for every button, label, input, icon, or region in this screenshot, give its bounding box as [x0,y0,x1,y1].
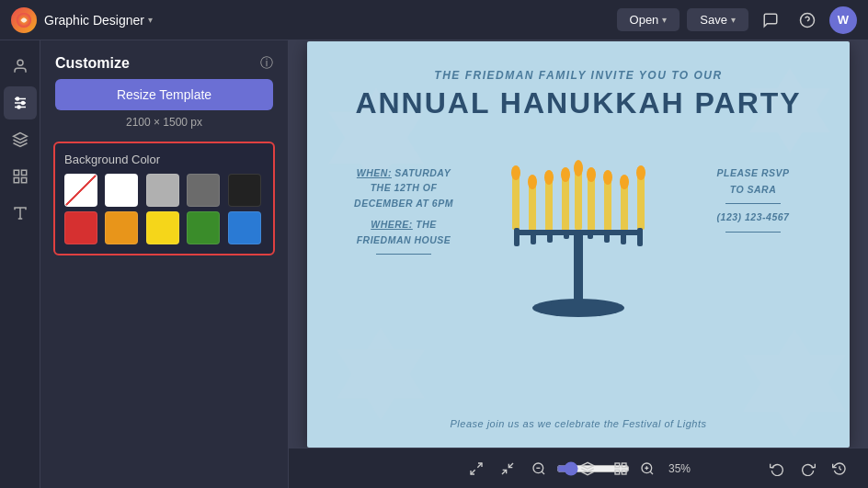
svg-point-36 [528,175,537,189]
help-icon-button[interactable] [793,6,822,35]
app-name-chevron: ▾ [148,15,153,25]
profile-icon-button[interactable] [4,50,37,83]
svg-line-64 [508,463,513,468]
customize-title: Customize [55,55,130,72]
dimensions-text: 2100 × 1500 px [40,116,288,129]
history-button[interactable] [826,455,853,482]
svg-point-8 [21,102,24,105]
menorah-area [473,138,684,340]
svg-rect-59 [622,470,626,474]
svg-marker-56 [581,462,593,469]
svg-rect-13 [21,178,26,183]
design-middle: WHEN: Saturday The 12th of December at 6… [344,138,813,409]
svg-rect-50 [547,230,553,243]
svg-line-66 [542,471,544,474]
svg-rect-55 [637,228,643,246]
color-swatch-white[interactable] [105,174,138,207]
topbar: Graphic Designer ▾ Open ▾ Save ▾ W [0,0,868,40]
svg-rect-31 [588,176,595,232]
canvas-wrapper: The Friedman Family Invite You To Our An… [289,40,868,448]
info-icon[interactable]: ⓘ [260,55,273,72]
svg-rect-53 [604,230,610,243]
svg-rect-33 [621,184,628,234]
fit-button[interactable] [494,455,521,482]
customize-icon-button[interactable] [4,86,37,119]
svg-point-9 [17,106,20,108]
elements-icon-button[interactable] [4,160,37,193]
app-name[interactable]: Graphic Designer ▾ [44,13,153,28]
color-grid [64,174,264,244]
svg-point-35 [511,165,520,180]
svg-line-62 [471,470,475,474]
design-subtitle: The Friedman Family Invite You To Our [434,69,722,82]
menorah-svg [496,138,661,340]
redo-button[interactable] [794,455,822,482]
color-swatch-green[interactable] [187,211,220,244]
color-swatch-dark-gray[interactable] [187,174,220,207]
svg-line-63 [502,470,507,474]
where-label: WHERE: [371,219,413,230]
chat-icon-button[interactable] [756,6,785,35]
background-color-section: Background Color [53,142,275,255]
text-icon-button[interactable] [4,197,37,230]
customize-header: Customize ⓘ [40,40,288,79]
svg-rect-54 [621,230,626,244]
svg-rect-28 [545,179,553,233]
svg-rect-32 [604,179,611,233]
svg-rect-44 [574,230,583,303]
color-swatch-red[interactable] [64,211,97,244]
resize-template-button[interactable]: Resize Template [55,79,273,110]
svg-line-61 [477,463,482,468]
svg-rect-46 [551,301,606,314]
canvas-area: The Friedman Family Invite You To Our An… [289,40,868,488]
design-card[interactable]: The Friedman Family Invite You To Our An… [307,41,850,448]
bottom-bar: 35% [289,448,868,488]
color-swatch-yellow[interactable] [146,211,179,244]
svg-point-39 [574,160,583,176]
svg-point-41 [603,170,612,185]
user-avatar[interactable]: W [829,6,857,34]
expand-button[interactable] [463,455,490,482]
icon-sidebar [0,40,40,488]
svg-point-40 [587,167,596,182]
svg-point-7 [16,97,18,100]
svg-rect-14 [14,178,18,183]
svg-rect-58 [622,463,626,468]
save-button[interactable]: Save ▾ [687,8,748,31]
color-swatch-blue[interactable] [228,211,261,244]
svg-line-73 [839,469,841,470]
zoom-level: 35% [665,462,694,475]
app-logo[interactable] [11,7,37,33]
svg-rect-60 [615,470,620,474]
open-button[interactable]: Open ▾ [617,8,680,31]
svg-rect-51 [564,230,569,239]
layers-toggle-button[interactable] [574,455,601,482]
svg-rect-30 [575,170,582,230]
bottom-bar-left [574,455,634,482]
undo-button[interactable] [763,455,791,482]
svg-rect-57 [615,463,620,468]
zoom-in-button[interactable] [634,455,661,482]
layers-icon-button[interactable] [4,123,37,156]
design-right-text: Please RSVP to Sara (123) 123-4567 [693,165,813,233]
svg-point-42 [620,175,629,189]
color-swatch-orange[interactable] [105,211,138,244]
svg-point-38 [561,167,570,182]
svg-point-3 [17,60,23,65]
bg-color-label: Background Color [64,153,264,166]
design-content: The Friedman Family Invite You To Our An… [307,41,850,448]
color-swatch-transparent[interactable] [64,174,97,207]
main-area: Customize ⓘ Resize Template 2100 × 1500 … [0,40,868,488]
design-title: Annual Hanukkah Party [355,87,801,119]
svg-rect-27 [529,184,536,234]
svg-rect-11 [14,170,18,175]
customize-panel: Customize ⓘ Resize Template 2100 × 1500 … [40,40,289,488]
bottom-bar-right [763,455,853,482]
zoom-out-button[interactable] [525,455,553,482]
svg-rect-34 [637,175,645,230]
svg-rect-12 [21,170,26,175]
color-swatch-light-gray[interactable] [146,174,179,207]
svg-line-69 [650,471,653,474]
color-swatch-black[interactable] [228,174,261,207]
grid-view-button[interactable] [607,455,634,482]
